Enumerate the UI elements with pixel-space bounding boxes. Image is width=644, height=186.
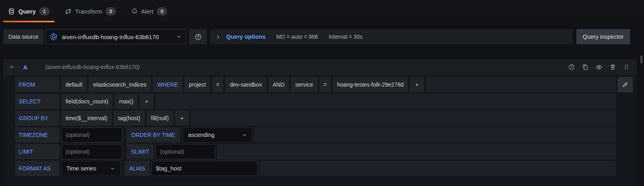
panel-editor-tabs: Query 1 Transform 0: [0, 0, 644, 23]
database-icon: [8, 8, 15, 15]
max-data-points-value: MD = auto = 986: [276, 34, 318, 40]
where-condition-and[interactable]: AND: [268, 77, 289, 92]
order-by-time-value: ascending: [188, 132, 214, 138]
select-row: SELECT field(docs_count) max() +: [15, 94, 616, 109]
drag-handle[interactable]: [623, 64, 630, 70]
tab-alert-label: Alert: [141, 8, 154, 15]
delete-query-button[interactable]: [610, 64, 616, 70]
grafana-query-editor: Query 1 Transform 0: [0, 0, 644, 186]
where-tag-value-1[interactable]: dev-sandbox: [225, 77, 266, 92]
retention-policy-segment[interactable]: default: [61, 77, 87, 92]
datasource-toolbar: Data source aiven-influxdb-hoang-influx-…: [3, 29, 641, 44]
query-help-button[interactable]: [568, 64, 575, 70]
datasource-picker[interactable]: aiven-influxdb-hoang-influx-63b6170: [45, 29, 186, 44]
group-by-time-segment[interactable]: time($__interval): [61, 111, 112, 126]
add-where-condition-button[interactable]: +: [410, 77, 424, 92]
limit-input[interactable]: [61, 144, 122, 159]
measurement-segment[interactable]: elasticsearch_indices: [89, 77, 151, 92]
chevron-right-icon: [216, 34, 221, 40]
alias-input[interactable]: [152, 161, 258, 176]
influxdb-logo-icon: [50, 33, 58, 41]
chevron-down-icon: [242, 133, 247, 138]
eye-icon: [596, 64, 602, 71]
slimit-keyword: SLIMIT: [127, 144, 154, 159]
from-keyword[interactable]: FROM: [15, 77, 59, 92]
where-tag-key-1[interactable]: project: [184, 77, 210, 92]
add-select-part-button[interactable]: +: [140, 94, 153, 109]
timezone-keyword: TIMEZONE: [15, 127, 59, 142]
order-by-time-keyword: ORDER BY TIME: [127, 127, 180, 142]
row-filler: [260, 161, 616, 176]
select-keyword[interactable]: SELECT: [15, 94, 59, 109]
row-filler: [254, 127, 616, 142]
tab-query-count: 1: [39, 7, 49, 16]
format-as-row: FORMAT AS Time series ALIAS: [15, 161, 616, 176]
copy-icon: [582, 64, 588, 70]
group-by-row: GROUP BY time($__interval) tag(host) fil…: [15, 111, 616, 126]
transform-icon: [65, 8, 72, 15]
bell-icon: [131, 8, 138, 14]
query-header-actions: [568, 64, 630, 71]
group-by-keyword[interactable]: GROUP BY: [15, 111, 59, 126]
format-as-select[interactable]: Time series: [61, 161, 120, 176]
format-as-value: Time series: [66, 165, 96, 172]
duplicate-query-button[interactable]: [582, 64, 588, 70]
query-options-bar[interactable]: Query options MD = auto = 986 Interval =…: [210, 29, 572, 44]
query-inspector-button[interactable]: Query inspector: [576, 29, 630, 44]
toggle-text-edit-mode-button[interactable]: [618, 77, 633, 92]
toggle-visibility-button[interactable]: [596, 64, 602, 71]
where-operator-2[interactable]: =: [320, 77, 331, 92]
query-row-header[interactable]: A (aiven-influxdb-hoang-influx-63b6170): [3, 59, 637, 75]
group-by-fill-segment[interactable]: fill(null): [147, 111, 173, 126]
order-by-time-select[interactable]: ascending: [183, 127, 252, 142]
limit-row: LIMIT SLIMIT: [15, 144, 616, 159]
interval-value: Interval = 30s: [329, 34, 362, 40]
row-filler: [426, 77, 616, 92]
row-filler: [217, 144, 616, 159]
query-editor-card: A (aiven-influxdb-hoang-influx-63b6170): [3, 59, 637, 186]
add-group-by-button[interactable]: +: [175, 111, 189, 126]
tab-query-label: Query: [18, 8, 36, 15]
where-operator-1[interactable]: =: [212, 77, 223, 92]
help-circle-icon: [568, 64, 575, 70]
chevron-down-icon: [110, 166, 115, 171]
row-filler: [156, 94, 616, 109]
pencil-icon: [622, 81, 628, 88]
tab-transform[interactable]: Transform 0: [60, 0, 121, 22]
collapse-chevron-down-icon[interactable]: [9, 64, 14, 70]
select-aggregation-segment[interactable]: max(): [115, 94, 138, 109]
datasource-label: Data source: [3, 29, 44, 44]
limit-keyword: LIMIT: [15, 144, 59, 159]
active-tab-underline: [3, 21, 54, 22]
tab-transform-label: Transform: [75, 8, 102, 15]
query-ref-id: A: [23, 64, 28, 71]
timezone-row: TIMEZONE ORDER BY TIME ascending: [15, 127, 616, 142]
alias-keyword: ALIAS: [125, 161, 150, 176]
tab-transform-count: 0: [106, 7, 116, 16]
where-tag-key-2[interactable]: service: [291, 77, 317, 92]
datasource-help-button[interactable]: [189, 29, 207, 44]
page-scrollbar-thumb[interactable]: [640, 55, 642, 63]
trash-icon: [610, 64, 616, 70]
where-tag-value-2[interactable]: hoang-testes-folk-29e278d: [333, 77, 408, 92]
slimit-input[interactable]: [156, 144, 215, 159]
influx-query-builder: FROM default elasticsearch_indices WHERE…: [3, 75, 637, 176]
help-circle-icon: [195, 34, 202, 40]
format-as-keyword: FORMAT AS: [15, 161, 59, 176]
where-keyword[interactable]: WHERE: [153, 77, 182, 92]
group-by-tag-segment[interactable]: tag(host): [114, 111, 144, 126]
from-row: FROM default elasticsearch_indices WHERE…: [15, 77, 616, 92]
query-datasource-hint: (aiven-influxdb-hoang-influx-63b6170): [45, 64, 140, 70]
tab-alert-count: 0: [157, 7, 167, 16]
tab-alert[interactable]: Alert 0: [126, 0, 172, 22]
select-field-segment[interactable]: field(docs_count): [61, 94, 113, 109]
tab-query[interactable]: Query 1: [3, 0, 54, 22]
datasource-name: aiven-influxdb-hoang-influx-63b6170: [62, 34, 172, 40]
timezone-input[interactable]: [61, 127, 122, 142]
chevron-down-icon: [176, 34, 182, 40]
drag-handle-icon: [623, 64, 630, 70]
row-filler: [191, 111, 616, 126]
query-options-label: Query options: [226, 34, 265, 40]
